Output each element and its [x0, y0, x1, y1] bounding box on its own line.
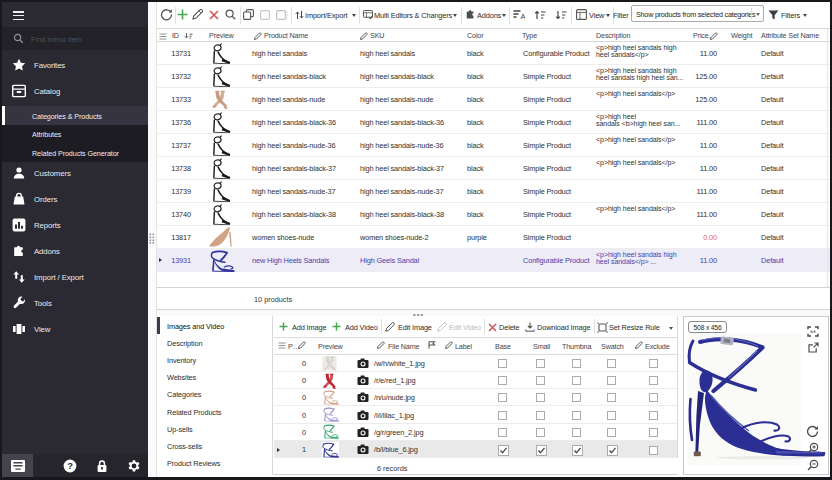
svg-text:A: A	[521, 12, 525, 19]
svg-text:?: ?	[67, 460, 73, 471]
